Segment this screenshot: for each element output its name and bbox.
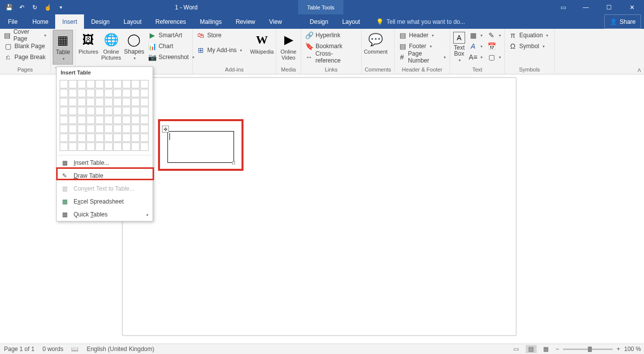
date-time-button[interactable]: 📅	[485, 41, 503, 52]
grid-cell[interactable]	[131, 98, 140, 106]
grid-cell[interactable]	[113, 98, 122, 106]
grid-cell[interactable]	[122, 107, 131, 115]
grid-cell[interactable]	[140, 116, 149, 124]
minimize-icon[interactable]: —	[574, 0, 597, 14]
wikipedia-button[interactable]: WWikipedia	[250, 30, 274, 57]
grid-cell[interactable]	[113, 89, 122, 97]
tab-references[interactable]: References	[149, 14, 193, 29]
grid-cell[interactable]	[140, 107, 149, 115]
tab-table-design[interactable]: Design	[303, 14, 335, 29]
drop-cap-button[interactable]: A≡▾	[467, 52, 484, 63]
wordart-button[interactable]: A▾	[467, 41, 484, 52]
page-number-button[interactable]: #Page Number▾	[397, 52, 448, 63]
grid-cell[interactable]	[86, 142, 95, 151]
grid-cell[interactable]	[131, 116, 140, 124]
grid-cell[interactable]	[69, 80, 77, 88]
tab-mailings[interactable]: Mailings	[193, 14, 229, 29]
screenshot-button[interactable]: 📷Screenshot▾	[146, 52, 196, 63]
grid-cell[interactable]	[113, 80, 122, 88]
object-button[interactable]: ▢▾	[485, 52, 503, 63]
customize-qat-icon[interactable]: ▾	[55, 1, 67, 13]
share-button[interactable]: 👤 Share	[604, 14, 641, 29]
grid-cell[interactable]	[95, 116, 104, 124]
grid-cell[interactable]	[140, 125, 149, 133]
grid-cell[interactable]	[140, 98, 149, 106]
grid-cell[interactable]	[131, 89, 140, 97]
grid-cell[interactable]	[60, 125, 68, 133]
view-print-layout[interactable]: ▤	[526, 345, 537, 353]
grid-cell[interactable]	[95, 98, 104, 106]
grid-cell[interactable]	[104, 134, 113, 142]
grid-cell[interactable]	[69, 134, 77, 142]
grid-cell[interactable]	[69, 116, 77, 124]
grid-cell[interactable]	[78, 142, 86, 151]
grid-cell[interactable]	[122, 98, 131, 106]
view-web-layout[interactable]: ▦	[541, 345, 552, 353]
grid-cell[interactable]	[113, 134, 122, 142]
table-move-handle[interactable]: ✥	[162, 126, 169, 133]
grid-cell[interactable]	[131, 134, 140, 142]
grid-cell[interactable]	[60, 98, 68, 106]
text-box-button[interactable]: AText Box▾	[452, 30, 466, 66]
header-button[interactable]: ▤Header▾	[397, 30, 448, 41]
menu-quick-tables[interactable]: ▦Quick Tables▸	[57, 208, 153, 221]
grid-cell[interactable]	[86, 80, 95, 88]
grid-cell[interactable]	[78, 116, 86, 124]
grid-cell[interactable]	[104, 89, 113, 97]
tab-insert[interactable]: Insert	[55, 14, 84, 29]
ribbon-display-icon[interactable]: ▭	[552, 0, 574, 14]
grid-cell[interactable]	[95, 107, 104, 115]
grid-cell[interactable]	[104, 142, 113, 151]
grid-cell[interactable]	[95, 142, 104, 151]
store-button[interactable]: 🛍Store	[195, 30, 249, 41]
grid-cell[interactable]	[113, 142, 122, 151]
spellcheck-icon[interactable]: 📖	[71, 346, 79, 353]
smartart-button[interactable]: ▶SmartArt	[146, 30, 196, 41]
grid-cell[interactable]	[78, 107, 86, 115]
undo-icon[interactable]: ↶	[16, 1, 28, 13]
grid-cell[interactable]	[69, 98, 77, 106]
tab-layout[interactable]: Layout	[117, 14, 149, 29]
zoom-slider[interactable]	[563, 349, 613, 350]
chart-button[interactable]: 📊Chart	[146, 41, 196, 52]
tab-view[interactable]: View	[262, 14, 289, 29]
cover-page-button[interactable]: ▤Cover Page▾	[2, 30, 48, 41]
grid-cell[interactable]	[140, 89, 149, 97]
grid-cell[interactable]	[78, 89, 86, 97]
grid-cell[interactable]	[86, 116, 95, 124]
grid-cell[interactable]	[113, 116, 122, 124]
status-page[interactable]: Page 1 of 1	[4, 346, 34, 353]
grid-cell[interactable]	[60, 89, 68, 97]
grid-cell[interactable]	[78, 80, 86, 88]
grid-cell[interactable]	[60, 107, 68, 115]
grid-cell[interactable]	[140, 80, 149, 88]
collapse-ribbon-icon[interactable]: ᐱ	[638, 68, 641, 73]
online-pictures-button[interactable]: 🌐Online Pictures	[100, 30, 122, 63]
grid-cell[interactable]	[86, 134, 95, 142]
tab-file[interactable]: File	[0, 14, 25, 29]
grid-cell[interactable]	[86, 98, 95, 106]
view-read-mode[interactable]: ▭	[511, 345, 522, 353]
zoom-level[interactable]: 100 %	[624, 346, 641, 353]
grid-cell[interactable]	[95, 89, 104, 97]
grid-cell[interactable]	[69, 107, 77, 115]
tab-review[interactable]: Review	[229, 14, 262, 29]
menu-excel-spreadsheet[interactable]: ▦Excel Spreadsheet	[57, 195, 153, 208]
grid-cell[interactable]	[60, 142, 68, 151]
grid-cell[interactable]	[131, 80, 140, 88]
grid-cell[interactable]	[104, 107, 113, 115]
grid-cell[interactable]	[140, 142, 149, 151]
equation-button[interactable]: πEquation▾	[507, 30, 550, 41]
grid-cell[interactable]	[113, 107, 122, 115]
status-language[interactable]: English (United Kingdom)	[86, 346, 154, 353]
close-icon[interactable]: ✕	[620, 0, 644, 14]
tab-home[interactable]: Home	[25, 14, 55, 29]
grid-cell[interactable]	[60, 116, 68, 124]
online-video-button[interactable]: ▶Online Video	[278, 30, 299, 63]
grid-cell[interactable]	[69, 142, 77, 151]
grid-cell[interactable]	[69, 89, 77, 97]
pictures-button[interactable]: 🖼Pictures	[78, 30, 99, 57]
grid-cell[interactable]	[60, 134, 68, 142]
grid-cell[interactable]	[60, 80, 68, 88]
grid-cell[interactable]	[95, 80, 104, 88]
